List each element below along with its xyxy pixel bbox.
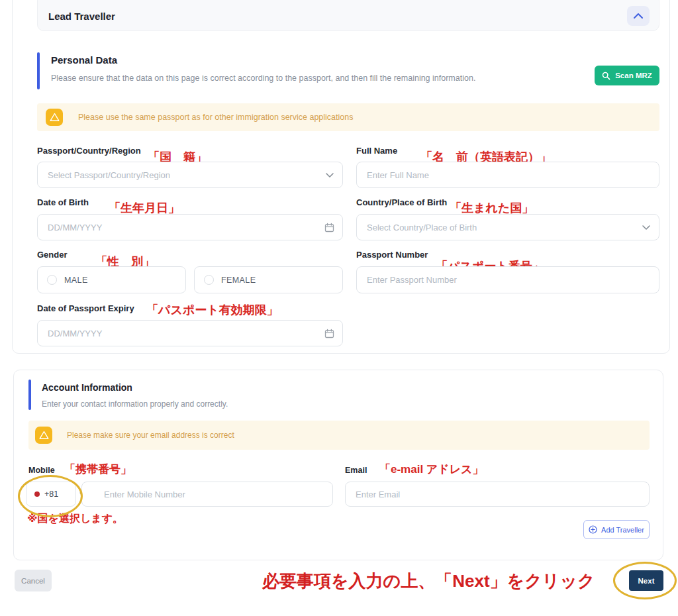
plus-circle-icon [589, 525, 597, 534]
passport-number-input[interactable] [357, 275, 651, 285]
add-traveller-button[interactable]: Add Traveller [583, 520, 650, 539]
search-icon [602, 72, 610, 80]
account-info-title: Account Information [42, 382, 132, 393]
account-information-card: Account Information Enter your contact i… [13, 370, 663, 560]
passport-expiry-label: Date of Passport Expiry [37, 303, 134, 313]
passport-expiry-field[interactable] [37, 320, 343, 346]
gender-option-male[interactable]: MALE [37, 266, 186, 293]
passport-expiry-annotation: 「パスポート有効期限」 [146, 302, 279, 318]
mobile-annotation: 「携帯番号」 [64, 462, 132, 477]
country-select-note: ※国を選択します。 [27, 512, 123, 526]
email-annotation: 「e-mail アドレス」 [379, 462, 483, 477]
passport-number-label: Passport Number [356, 250, 428, 260]
alert-triangle-icon [46, 109, 63, 126]
personal-data-card: Lead Traveller Personal Data Please ensu… [12, 0, 670, 354]
full-name-input[interactable] [357, 170, 651, 180]
birth-country-label: Country/Place of Birth [356, 197, 447, 207]
gender-male-label: MALE [64, 276, 88, 285]
cancel-label: Cancel [21, 577, 45, 585]
next-label: Next [638, 577, 655, 585]
passport-country-select[interactable] [37, 162, 343, 188]
chevron-down-icon [642, 225, 651, 231]
full-name-field[interactable] [356, 162, 659, 188]
gender-female-label: FEMALE [221, 276, 256, 285]
birth-country-select[interactable] [356, 214, 659, 240]
mobile-number-input[interactable] [94, 489, 324, 499]
lead-traveller-title: Lead Traveller [48, 11, 627, 22]
passport-country-label: Passport/Country/Region [37, 146, 141, 156]
radio-icon [204, 275, 214, 285]
gender-label: Gender [37, 250, 68, 260]
add-traveller-label: Add Traveller [601, 526, 644, 534]
dob-label: Date of Birth [37, 197, 89, 207]
calendar-icon [324, 329, 334, 338]
mobile-label: Mobile [28, 466, 55, 475]
lead-traveller-header[interactable]: Lead Traveller [37, 0, 659, 31]
footer-instruction: 必要事項を入力の上、「Next」をクリック [262, 570, 595, 593]
chevron-up-icon [633, 13, 644, 19]
scan-mrz-button[interactable]: Scan MRZ [595, 66, 659, 85]
account-info-subtitle: Enter your contact information properly … [42, 399, 228, 409]
passport-country-input[interactable] [38, 170, 325, 180]
cancel-button[interactable]: Cancel [15, 570, 52, 591]
passport-number-field[interactable] [356, 266, 659, 293]
country-code-select[interactable]: +81 [26, 482, 76, 507]
dob-input[interactable] [38, 223, 324, 232]
passport-warning-banner: Please use the same passport as for othe… [37, 103, 659, 131]
birth-country-input[interactable] [357, 223, 642, 232]
email-warning-banner: Please make sure your email address is c… [28, 421, 650, 450]
passport-warning-text: Please use the same passport as for othe… [78, 113, 353, 122]
mobile-number-field[interactable] [81, 482, 333, 507]
radio-icon [47, 275, 57, 285]
japan-flag-dot [34, 491, 40, 497]
personal-data-accent-bar [37, 52, 40, 89]
account-info-accent-bar [28, 380, 31, 410]
country-code-value: +81 [44, 489, 58, 499]
passport-expiry-input[interactable] [38, 329, 324, 338]
email-warning-text: Please make sure your email address is c… [67, 431, 234, 440]
alert-triangle-icon [35, 427, 52, 444]
full-name-label: Full Name [356, 146, 397, 156]
gender-option-female[interactable]: FEMALE [194, 266, 343, 293]
email-label: Email [345, 466, 367, 475]
chevron-down-icon [325, 172, 334, 178]
email-input[interactable] [346, 489, 641, 499]
personal-data-title: Personal Data [51, 54, 117, 66]
collapse-button[interactable] [627, 6, 650, 26]
dob-field[interactable] [37, 214, 343, 240]
next-button[interactable]: Next [629, 570, 663, 591]
email-field[interactable] [345, 482, 650, 507]
scan-mrz-label: Scan MRZ [615, 72, 652, 79]
personal-data-subtitle: Please ensure that the data on this page… [51, 74, 475, 83]
calendar-icon [324, 223, 334, 232]
traveller-form-page: Lead Traveller Personal Data Please ensu… [0, 0, 678, 616]
